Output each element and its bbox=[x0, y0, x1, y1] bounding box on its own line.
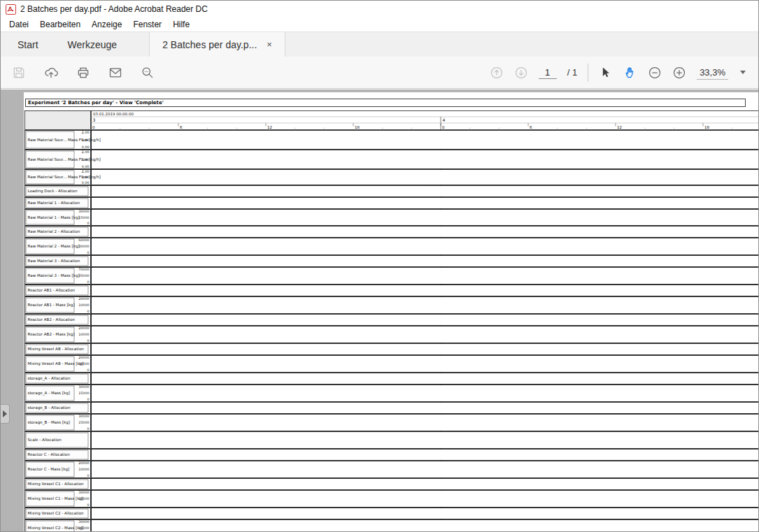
gantt-row bbox=[92, 210, 759, 226]
svg-text:15000: 15000 bbox=[78, 421, 89, 424]
tab-werkzeuge[interactable]: Werkzeuge bbox=[55, 32, 130, 57]
gantt-row bbox=[92, 373, 759, 384]
row-label-18: storage_B - Allocation bbox=[28, 405, 71, 410]
search-icon[interactable] bbox=[141, 66, 155, 80]
gantt-row bbox=[92, 491, 759, 508]
zoom-level[interactable]: 33,3% bbox=[697, 66, 728, 80]
pdf-page: Experiment '2 Batches per day' - View 'C… bbox=[24, 92, 758, 531]
gantt-host: 03.01.2019 00:00:0034061218061218Deliver… bbox=[24, 110, 758, 531]
print-icon[interactable] bbox=[76, 66, 90, 80]
menu-fenster[interactable]: Fenster bbox=[127, 18, 167, 31]
chevron-down-icon[interactable] bbox=[740, 71, 746, 74]
gantt-row bbox=[92, 238, 759, 255]
svg-text:10000: 10000 bbox=[78, 333, 89, 336]
gantt-row bbox=[92, 356, 759, 373]
row-label-20: Scale - Allocation bbox=[28, 438, 62, 442]
gantt-row bbox=[92, 198, 759, 209]
svg-text:0: 0 bbox=[442, 125, 445, 129]
close-tab-icon[interactable]: × bbox=[267, 39, 272, 50]
tab-bar: Start Werkzeuge 2 Batches per day.p... × bbox=[1, 31, 758, 57]
zoom-in-icon[interactable] bbox=[672, 66, 686, 80]
svg-text:03.01.2019 00:00:00: 03.01.2019 00:00:00 bbox=[93, 112, 134, 116]
svg-text:20000: 20000 bbox=[78, 461, 89, 465]
zoom-out-icon[interactable] bbox=[648, 66, 662, 80]
tab-document[interactable]: 2 Batches per day.p... × bbox=[149, 32, 285, 57]
svg-text:0: 0 bbox=[87, 503, 89, 507]
gantt-row bbox=[92, 479, 759, 490]
gantt-row bbox=[92, 461, 759, 478]
cloud-upload-icon[interactable] bbox=[44, 66, 58, 80]
page-number-input[interactable] bbox=[539, 66, 557, 79]
svg-text:18: 18 bbox=[355, 125, 360, 129]
experiment-title: Experiment '2 Batches per day' - View 'C… bbox=[25, 99, 746, 107]
svg-text:10000: 10000 bbox=[78, 362, 89, 366]
tab-start[interactable]: Start bbox=[5, 32, 51, 57]
row-label-5: Raw Material 1 - Mass [kg] bbox=[28, 215, 80, 220]
page-up-icon[interactable] bbox=[490, 66, 504, 80]
row-label-8: Raw Material 3 - Allocation bbox=[28, 259, 80, 263]
page-down-icon[interactable] bbox=[514, 66, 528, 80]
svg-text:2,00: 2,00 bbox=[82, 131, 90, 134]
menu-anzeige[interactable]: Anzeige bbox=[86, 18, 127, 31]
svg-text:1,00: 1,00 bbox=[82, 138, 90, 142]
gantt-row bbox=[92, 385, 759, 402]
svg-text:60000: 60000 bbox=[78, 238, 89, 242]
svg-text:15000: 15000 bbox=[78, 526, 89, 530]
gantt-chart: 03.01.2019 00:00:0034061218061218Deliver… bbox=[24, 110, 758, 531]
tab-document-label: 2 Batches per day.p... bbox=[162, 39, 257, 50]
nav-pane-toggle[interactable] bbox=[1, 404, 10, 424]
svg-text:0: 0 bbox=[92, 125, 95, 129]
svg-text:20000: 20000 bbox=[78, 326, 89, 330]
svg-text:0: 0 bbox=[87, 398, 89, 401]
gantt-row bbox=[92, 170, 759, 185]
row-label-7: Raw Material 2 - Mass [kg] bbox=[28, 244, 80, 249]
gantt-row bbox=[92, 131, 759, 150]
svg-text:0: 0 bbox=[87, 310, 89, 313]
svg-text:0,00: 0,00 bbox=[82, 145, 90, 149]
menu-datei[interactable]: Datei bbox=[3, 18, 34, 31]
svg-text:4: 4 bbox=[443, 117, 446, 122]
gantt-row bbox=[92, 344, 759, 355]
svg-text:0: 0 bbox=[87, 222, 89, 225]
toolbar-divider bbox=[588, 64, 588, 82]
svg-text:12: 12 bbox=[617, 125, 622, 129]
row-label-13: Reactor AB2 - Mass [kg] bbox=[28, 332, 75, 337]
svg-text:0: 0 bbox=[87, 368, 89, 372]
menu-bar: DateiBearbeitenAnzeigeFensterHilfe bbox=[1, 17, 758, 31]
row-label-19: storage_B - Mass [kg] bbox=[28, 420, 70, 425]
gantt-row bbox=[92, 150, 759, 169]
row-label-23: Mixing Vessel C1 - Allocation bbox=[28, 482, 85, 487]
svg-text:30000: 30000 bbox=[78, 245, 89, 248]
toolbar: / 1 33,3% bbox=[1, 57, 758, 89]
row-label-25: Mixing Vessel C2 - Allocation bbox=[28, 511, 85, 516]
acrobat-window: 2 Batches per day.pdf - Adobe Acrobat Re… bbox=[0, 0, 759, 532]
save-icon[interactable] bbox=[12, 66, 26, 80]
row-label-0: Raw Material Sour... Mass Flow [kg/h] bbox=[28, 138, 101, 143]
gantt-row bbox=[92, 450, 759, 461]
pointer-icon[interactable] bbox=[599, 66, 613, 80]
row-label-12: Reactor AB2 - Allocation bbox=[28, 317, 76, 322]
svg-text:30000: 30000 bbox=[78, 491, 89, 494]
row-label-24: Mixing Vessel C1 - Mass [kg] bbox=[28, 496, 84, 501]
gantt-row bbox=[92, 227, 759, 238]
window-title: 2 Batches per day.pdf - Adobe Acrobat Re… bbox=[20, 4, 208, 14]
svg-text:20000: 20000 bbox=[78, 356, 89, 359]
gantt-row bbox=[92, 285, 759, 296]
gantt-row bbox=[92, 508, 759, 519]
gantt-row bbox=[92, 315, 759, 326]
svg-text:2,00: 2,00 bbox=[82, 170, 90, 173]
svg-text:0: 0 bbox=[87, 474, 89, 477]
svg-text:35000: 35000 bbox=[78, 274, 89, 278]
menu-bearbeiten[interactable]: Bearbeiten bbox=[34, 18, 86, 31]
row-label-21: Reactor C - Allocation bbox=[28, 452, 71, 456]
gantt-row bbox=[92, 520, 759, 532]
menu-hilfe[interactable]: Hilfe bbox=[167, 18, 195, 31]
gantt-row bbox=[92, 256, 759, 267]
hand-icon[interactable] bbox=[623, 66, 637, 80]
pdf-file-icon bbox=[6, 4, 16, 15]
email-icon[interactable] bbox=[108, 66, 122, 80]
gantt-row bbox=[92, 415, 759, 431]
svg-text:12: 12 bbox=[267, 125, 272, 129]
row-label-3: Loading Dock - Allocation bbox=[28, 189, 78, 194]
gantt-row bbox=[92, 432, 759, 449]
